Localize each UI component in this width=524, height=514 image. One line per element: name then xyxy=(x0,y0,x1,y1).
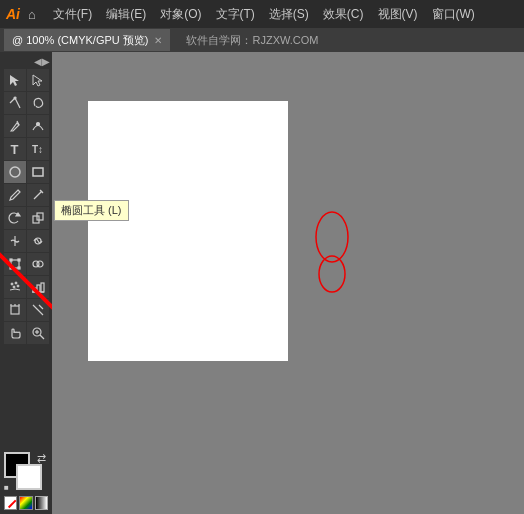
curvature-tool[interactable] xyxy=(27,115,49,137)
svg-point-22 xyxy=(37,261,43,267)
svg-marker-0 xyxy=(10,75,19,86)
main-area: 椭圆工具 (L) ◀▶ xyxy=(0,52,524,514)
color-mode-swatch[interactable] xyxy=(19,496,32,510)
menu-select[interactable]: 选择(S) xyxy=(264,4,314,25)
svg-line-9 xyxy=(34,191,42,199)
svg-rect-29 xyxy=(41,283,44,292)
ai-logo: Ai xyxy=(6,6,20,22)
tool-row-3 xyxy=(4,115,49,137)
active-tab[interactable]: @ 100% (CMYK/GPU 预览) ✕ xyxy=(4,29,170,51)
menu-text[interactable]: 文字(T) xyxy=(211,4,260,25)
svg-point-40 xyxy=(319,256,345,292)
artboard-tool[interactable] xyxy=(4,299,26,321)
menu-window[interactable]: 窗口(W) xyxy=(427,4,480,25)
none-swatch[interactable] xyxy=(4,496,17,510)
site-label: 软件自学网：RJZXW.COM xyxy=(186,33,318,48)
lasso-tool[interactable] xyxy=(27,92,49,114)
svg-point-23 xyxy=(11,283,13,285)
type-tool[interactable]: T xyxy=(4,138,26,160)
tab-label: @ 100% (CMYK/GPU 预览) xyxy=(12,33,148,48)
magic-wand-tool[interactable] xyxy=(4,92,26,114)
svg-line-36 xyxy=(40,335,44,339)
swap-colors-icon[interactable]: ⇄ xyxy=(37,452,46,465)
home-icon[interactable]: ⌂ xyxy=(28,7,36,22)
tab-bar: @ 100% (CMYK/GPU 预览) ✕ 软件自学网：RJZXW.COM xyxy=(0,28,524,52)
svg-rect-31 xyxy=(11,306,19,314)
tool-row-11 xyxy=(4,299,49,321)
stroke-color-swatch[interactable] xyxy=(16,464,42,490)
svg-point-26 xyxy=(17,285,19,287)
warp-tool[interactable] xyxy=(27,230,49,252)
tool-row-4: T T↕ xyxy=(4,138,49,160)
svg-point-7 xyxy=(10,167,20,177)
pen-tool[interactable] xyxy=(4,115,26,137)
zoom-tool[interactable] xyxy=(27,322,49,344)
canvas-area[interactable] xyxy=(52,52,524,514)
menu-edit[interactable]: 编辑(E) xyxy=(101,4,151,25)
tab-close-button[interactable]: ✕ xyxy=(154,35,162,46)
svg-point-39 xyxy=(316,212,348,262)
svg-rect-18 xyxy=(18,259,20,261)
vertical-type-tool[interactable]: T↕ xyxy=(27,138,49,160)
tool-row-5 xyxy=(4,161,49,183)
paintbrush-tool[interactable] xyxy=(4,184,26,206)
tool-row-8 xyxy=(4,230,49,252)
rectangle-tool[interactable] xyxy=(27,161,49,183)
menu-file[interactable]: 文件(F) xyxy=(48,4,97,25)
hand-tool[interactable] xyxy=(4,322,26,344)
tool-row-2 xyxy=(4,92,49,114)
svg-line-2 xyxy=(15,98,20,108)
menu-effect[interactable]: 效果(C) xyxy=(318,4,369,25)
reset-colors-icon[interactable]: ■ xyxy=(4,483,9,492)
document-canvas xyxy=(88,101,288,361)
menu-object[interactable]: 对象(O) xyxy=(155,4,206,25)
color-swatches: ⇄ ■ xyxy=(4,452,46,492)
direct-selection-tool[interactable] xyxy=(27,69,49,91)
toolbar-collapse[interactable]: ◀▶ xyxy=(0,56,52,67)
selection-tool[interactable] xyxy=(4,69,26,91)
tool-row-6 xyxy=(4,184,49,206)
svg-point-4 xyxy=(14,97,16,99)
svg-point-6 xyxy=(36,123,39,126)
gradient-swatch[interactable] xyxy=(35,496,48,510)
svg-rect-17 xyxy=(10,259,12,261)
shape-builder-tool[interactable] xyxy=(27,253,49,275)
color-area: ⇄ ■ xyxy=(0,446,52,514)
rotate-tool[interactable] xyxy=(4,207,26,229)
tool-row-1 xyxy=(4,69,49,91)
collapse-icon: ◀▶ xyxy=(34,56,50,67)
scale-tool[interactable] xyxy=(27,207,49,229)
svg-point-24 xyxy=(15,282,17,284)
color-mode-row xyxy=(4,496,48,510)
toolbar: 椭圆工具 (L) ◀▶ xyxy=(0,52,52,514)
svg-rect-20 xyxy=(18,267,20,269)
menu-view[interactable]: 视图(V) xyxy=(373,4,423,25)
width-tool[interactable] xyxy=(4,230,26,252)
tool-row-12 xyxy=(4,322,49,344)
svg-rect-8 xyxy=(33,168,43,176)
title-bar: Ai ⌂ 文件(F) 编辑(E) 对象(O) 文字(T) 选择(S) 效果(C)… xyxy=(0,0,524,28)
pencil-tool[interactable] xyxy=(27,184,49,206)
ellipse-tool[interactable] xyxy=(4,161,26,183)
svg-point-25 xyxy=(13,286,15,288)
tool-row-7 xyxy=(4,207,49,229)
svg-marker-1 xyxy=(33,75,42,86)
